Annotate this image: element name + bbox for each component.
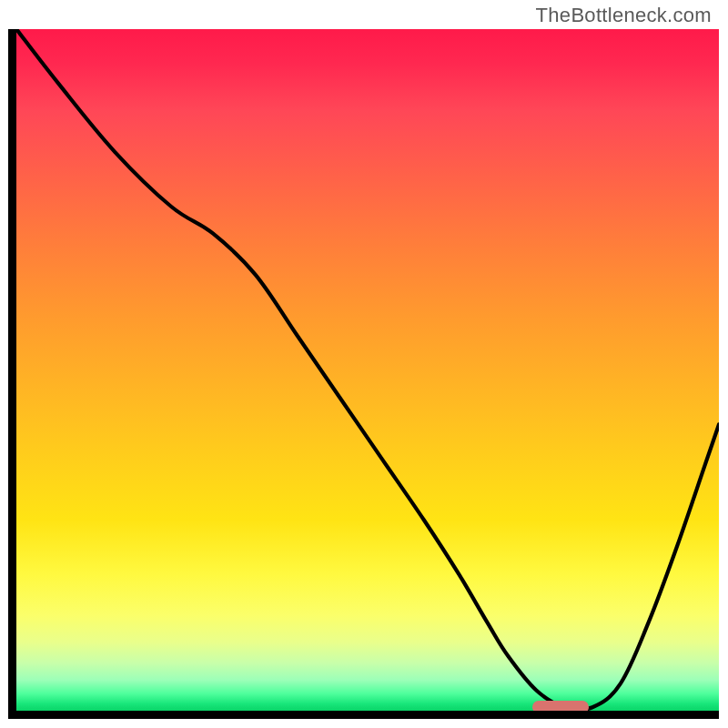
- chart-axes: [8, 29, 719, 719]
- optimal-range-marker: [532, 701, 589, 711]
- watermark-text: TheBottleneck.com: [536, 4, 712, 27]
- plot-area: [16, 29, 719, 711]
- bottleneck-curve: [16, 29, 719, 711]
